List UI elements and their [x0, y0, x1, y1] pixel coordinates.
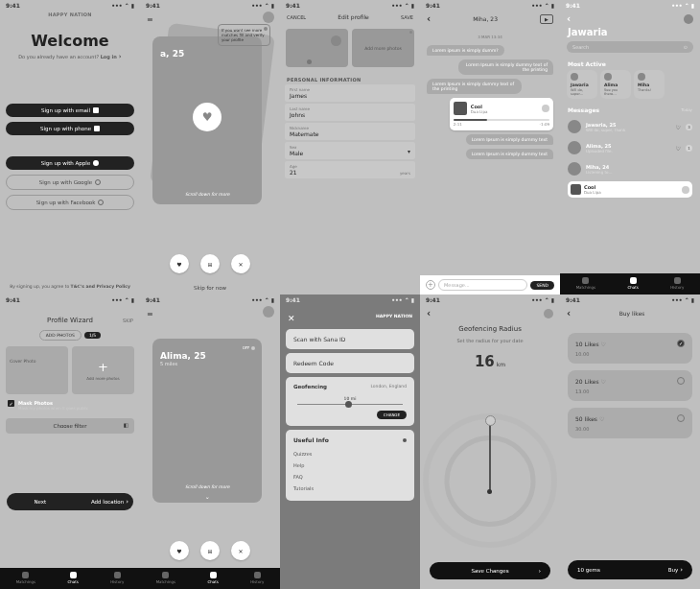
filter-icon[interactable]: ⊙: [684, 44, 688, 50]
section-title: PERSONAL INFORMATION: [280, 73, 420, 84]
reject-button[interactable]: ✕: [231, 254, 250, 273]
distance-value: 16km: [420, 353, 560, 370]
add-photo-slot[interactable]: Add more photos: [352, 29, 414, 67]
back-button[interactable]: [427, 308, 431, 318]
tutorials-link[interactable]: Tutorials: [293, 483, 407, 494]
message-row[interactable]: Alima, 25Uploaded file.♡1: [560, 137, 700, 158]
tab-history[interactable]: History: [670, 277, 684, 290]
active-user-card[interactable]: JawariaWill do, super…: [567, 70, 597, 99]
match-name: a, 25: [160, 49, 254, 59]
profile-tip: If you want see more matches fill and ve…: [218, 24, 270, 46]
avatar[interactable]: [684, 14, 693, 24]
back-button[interactable]: [427, 13, 431, 24]
add-photos-button[interactable]: ADD PHOTOS: [39, 330, 82, 341]
tab-history[interactable]: History: [250, 572, 264, 584]
match-card[interactable]: OFF Alima, 25 5 miles Scroll down for mo…: [152, 339, 262, 503]
message-row[interactable]: Miha, 24Listening to…: [560, 158, 700, 179]
help-link[interactable]: Help: [293, 459, 407, 471]
save-button[interactable]: SAVE: [401, 14, 413, 20]
tab-matchings[interactable]: Matchings: [576, 277, 595, 290]
match-card[interactable]: a, 25 Scroll down for more: [152, 36, 262, 204]
active-user-card[interactable]: MihaThanks!: [634, 70, 665, 99]
likes-option-20[interactable]: 20 Likes13.00: [568, 370, 692, 401]
likes-option-10[interactable]: 10 Likes10.00: [568, 333, 692, 364]
status-bar: 9:41•••⌃▮: [140, 294, 280, 305]
signup-apple-button[interactable]: Sign up with Apple: [6, 156, 134, 170]
skip-link[interactable]: Skip for now: [140, 281, 280, 294]
progress-bar[interactable]: [454, 119, 549, 121]
terms-text: By signing up, you agree to T&C's and Pr…: [0, 278, 140, 294]
tip-close-icon[interactable]: [264, 27, 268, 31]
mask-checkbox[interactable]: ✓: [8, 400, 14, 407]
video-button[interactable]: [540, 14, 553, 24]
attach-button[interactable]: +: [426, 280, 435, 290]
close-button[interactable]: ✕: [288, 314, 295, 323]
filter-icon: ◧: [124, 422, 128, 428]
cancel-button[interactable]: CANCEL: [287, 14, 306, 20]
choose-filter-button[interactable]: Choose filter◧: [6, 418, 134, 434]
likes-option-50[interactable]: 50 likes30.00: [568, 408, 692, 438]
now-playing[interactable]: CoolDua Lipa: [568, 181, 692, 198]
tab-chats[interactable]: Chats: [67, 572, 78, 584]
music-card[interactable]: CoolDua Lipa 2:11-1:09: [450, 98, 553, 130]
last-name-field[interactable]: Last nameJohns: [285, 104, 415, 121]
login-link[interactable]: Log in: [101, 54, 122, 59]
radio[interactable]: [677, 414, 685, 422]
faq-link[interactable]: FAQ: [293, 471, 407, 483]
search-input[interactable]: Search⊙: [567, 41, 693, 53]
like-button[interactable]: ♥: [170, 541, 189, 560]
gift-button[interactable]: ⊞: [200, 254, 220, 273]
terms-link[interactable]: T&C's and Privacy Policy: [71, 284, 130, 289]
next-button[interactable]: NextAdd location: [7, 493, 133, 510]
signup-phone-button[interactable]: Sign up with phone: [6, 122, 134, 135]
quizzes-link[interactable]: Quizzes: [293, 448, 407, 459]
radio[interactable]: [677, 377, 685, 385]
message-input[interactable]: Message...: [438, 279, 527, 291]
radio-selected[interactable]: [677, 340, 685, 347]
tab-chats[interactable]: Chats: [627, 277, 638, 290]
login-prompt: Do you already have an account? Log in: [0, 53, 140, 60]
signup-google-button[interactable]: Sign up with Google: [6, 175, 134, 190]
send-button[interactable]: SEND: [530, 281, 554, 290]
gift-button[interactable]: ⊞: [200, 541, 220, 560]
buy-button[interactable]: 10 gemsBuy: [568, 560, 692, 579]
like-button[interactable]: ♥: [170, 254, 189, 273]
tab-matchings[interactable]: Matchings: [16, 572, 35, 584]
tab-chats[interactable]: Chats: [207, 572, 218, 584]
nickname-field[interactable]: NicknameMatemate: [285, 123, 415, 140]
skip-button[interactable]: SKIP: [123, 318, 133, 323]
page-title: Jawaria: [560, 27, 700, 41]
reject-button[interactable]: ✕: [231, 541, 250, 560]
avatar[interactable]: [263, 12, 274, 23]
cover-photo-slot[interactable]: Cover Photo: [6, 346, 68, 394]
avatar[interactable]: [544, 309, 553, 318]
play-icon[interactable]: [542, 105, 549, 112]
profile-photo-1[interactable]: [286, 29, 348, 67]
back-button[interactable]: [567, 13, 571, 24]
tab-history[interactable]: History: [110, 572, 124, 584]
status-bar: 9:41•••⌃▮: [280, 0, 420, 11]
menu-icon[interactable]: ≡: [147, 15, 153, 24]
timestamp: 3 MAR 13:34: [427, 35, 553, 39]
message-row[interactable]: Jawaria, 25Will do, super, thank♡3: [560, 116, 700, 137]
change-button[interactable]: CHANGE: [377, 411, 407, 419]
radius-dial[interactable]: [420, 380, 560, 556]
geofence-slider[interactable]: [297, 404, 403, 405]
sex-select[interactable]: SexMale: [285, 142, 415, 159]
signup-email-button[interactable]: Sign up with email: [6, 104, 134, 117]
scan-sana-button[interactable]: Scan with Sana ID: [286, 329, 414, 349]
avatar[interactable]: [263, 306, 274, 318]
add-photo-slot[interactable]: +Add more photos: [72, 346, 134, 394]
menu-icon[interactable]: ≡: [147, 310, 153, 318]
back-button[interactable]: [567, 308, 571, 318]
save-button[interactable]: Save Changes: [430, 562, 550, 579]
phone-icon: [94, 126, 100, 131]
redeem-code-button[interactable]: Redeem Code: [286, 353, 414, 373]
signup-facebook-button[interactable]: Sign up with Facebook: [6, 195, 134, 210]
active-user-card[interactable]: AlimaSee you there…: [600, 70, 631, 99]
page-title: Buy likes: [619, 310, 645, 317]
play-icon[interactable]: [682, 186, 689, 194]
first-name-field[interactable]: First nameJames: [285, 84, 415, 102]
age-field[interactable]: Age21years: [285, 161, 415, 178]
tab-matchings[interactable]: Matchings: [156, 572, 175, 584]
